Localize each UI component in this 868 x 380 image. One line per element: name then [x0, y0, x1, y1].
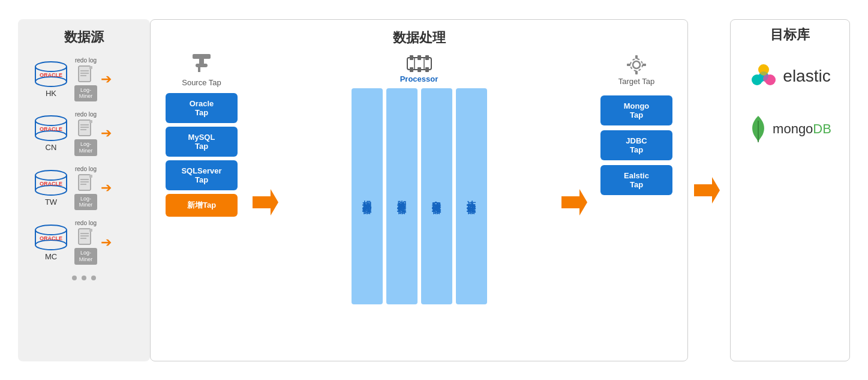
- redo-log-text-cn: redo log: [75, 111, 97, 118]
- dot-3: [91, 276, 96, 280]
- big-arrow-1-svg: [250, 184, 280, 220]
- proc-col-2: 脚本处理器: [386, 88, 418, 304]
- svg-marker-44: [253, 189, 278, 216]
- dots-row: [72, 276, 96, 280]
- svg-rect-16: [89, 120, 92, 123]
- proc-col-3: 字段处理器: [421, 88, 452, 304]
- mongo-logo: mongoDB: [749, 115, 831, 143]
- source-tap: Source Tap OracleTap MySQLTap SQLServerT…: [160, 53, 244, 352]
- svg-text:ORACLE: ORACLE: [40, 126, 62, 132]
- big-arrow-2-svg: [558, 184, 588, 220]
- arrow-tw: ➔: [101, 180, 112, 196]
- oracle-item-mc: ORACLE MC redo log Log-Miner ➔: [24, 220, 144, 265]
- arrow-mc: ➔: [101, 235, 112, 250]
- mysql-tap-btn[interactable]: MySQLTap: [166, 127, 238, 157]
- arrow-hk: ➔: [101, 71, 112, 87]
- svg-rect-6: [89, 66, 92, 69]
- svg-text:ORACLE: ORACLE: [40, 72, 62, 78]
- jdbc-tap-btn[interactable]: JDBCTap: [600, 130, 672, 160]
- svg-rect-58: [635, 71, 638, 74]
- oracle-item-hk: ORACLE HK redo log Log-Miner ➔: [24, 57, 144, 102]
- log-miner-box-hk: Log-Miner: [74, 85, 97, 102]
- redo-log-tw: redo log Log-Miner: [74, 166, 97, 211]
- log-miner-box-mc: Log-Miner: [74, 248, 97, 265]
- svg-point-20: [35, 170, 67, 180]
- dot-2: [82, 276, 86, 280]
- big-arrow-2: [558, 53, 588, 352]
- redo-log-text-hk: redo log: [75, 57, 97, 64]
- processing-title: 数据处理: [160, 29, 678, 47]
- svg-point-30: [35, 225, 67, 235]
- ealstic-tap-btn[interactable]: EalsticTap: [600, 165, 672, 195]
- svg-rect-43: [198, 67, 200, 72]
- arrow-cn: ➔: [101, 125, 112, 141]
- redo-log-hk: redo log Log-Miner: [74, 57, 97, 102]
- elastic-logo: elastic: [749, 62, 830, 91]
- log-doc-icon-tw: [77, 173, 94, 193]
- svg-rect-36: [89, 229, 92, 232]
- proc-col-text-3: 字段处理器: [431, 193, 442, 199]
- processing-section: 数据处理 Source Tap OracleTap MySQLTap SQLSe…: [150, 19, 688, 361]
- processor-section: Processor 规则处理器 脚本处理器 字段处理器 连接处理器: [286, 53, 552, 352]
- oracle-tap-btn[interactable]: OracleTap: [166, 93, 238, 123]
- redo-log-text-mc: redo log: [75, 220, 97, 226]
- mongo-leaf-icon: [749, 115, 768, 143]
- oracle-name-hk: HK: [46, 89, 56, 98]
- processor-title: Processor: [400, 74, 438, 83]
- proc-col-text-2: 脚本处理器: [396, 193, 407, 199]
- svg-point-0: [35, 62, 67, 71]
- proc-col-text-1: 规则处理器: [361, 193, 373, 199]
- svg-marker-54: [561, 189, 587, 216]
- svg-rect-47: [418, 55, 421, 60]
- processor-header: Processor: [400, 53, 438, 83]
- log-miner-box-tw: Log-Miner: [74, 194, 97, 211]
- svg-point-67: [756, 74, 764, 83]
- add-tap-btn[interactable]: 新增Tap: [166, 194, 238, 217]
- svg-rect-25: [79, 175, 91, 190]
- oracle-db-mc: ORACLE MC: [30, 224, 72, 261]
- svg-rect-49: [410, 67, 413, 72]
- proc-col-4: 连接处理器: [456, 88, 487, 304]
- main-container: 数据源 ORACLE HK redo log: [0, 0, 868, 380]
- log-doc-icon-cn: [77, 119, 94, 138]
- oracle-cylinder-mc: ORACLE: [34, 224, 68, 251]
- svg-rect-48: [425, 55, 429, 60]
- gear-icon: [624, 53, 648, 77]
- processing-inner: Source Tap OracleTap MySQLTap SQLServerT…: [160, 53, 678, 352]
- redo-log-text-tw: redo log: [75, 166, 97, 172]
- svg-rect-42: [196, 64, 208, 67]
- oracle-item-tw: ORACLE TW redo log Log-Miner ➔: [24, 166, 144, 211]
- big-arrow-1: [250, 53, 280, 352]
- oracle-db-hk: ORACLE HK: [30, 61, 72, 98]
- svg-rect-60: [642, 64, 646, 66]
- elastic-text: elastic: [783, 67, 830, 86]
- datasource-title: 数据源: [64, 28, 104, 46]
- oracle-cylinder-tw: ORACLE: [34, 169, 68, 196]
- svg-rect-50: [418, 67, 421, 72]
- svg-rect-5: [79, 66, 91, 82]
- oracle-item-cn: ORACLE CN redo log Log-Miner ➔: [24, 111, 144, 156]
- svg-rect-59: [627, 64, 630, 66]
- mongo-text: mongoDB: [773, 121, 831, 137]
- redo-log-mc: redo log Log-Miner: [74, 220, 97, 265]
- log-doc-icon-hk: [77, 65, 94, 84]
- dot-1: [72, 276, 77, 280]
- svg-point-13: [35, 131, 67, 140]
- svg-point-66: [759, 67, 768, 76]
- datasource-section: 数据源 ORACLE HK redo log: [18, 19, 150, 361]
- svg-point-55: [633, 61, 640, 68]
- svg-rect-40: [193, 54, 211, 59]
- mongo-tap-btn[interactable]: MongoTap: [600, 95, 672, 125]
- svg-rect-46: [410, 55, 413, 60]
- target-tap-header: Target Tap: [618, 53, 654, 88]
- svg-text:ORACLE: ORACLE: [40, 181, 62, 187]
- oracle-cylinder-hk: ORACLE: [34, 61, 68, 88]
- svg-point-10: [35, 116, 67, 125]
- svg-text:ORACLE: ORACLE: [40, 235, 62, 241]
- log-doc-icon-mc: [77, 228, 94, 247]
- svg-rect-35: [79, 229, 91, 244]
- sqlserver-tap-btn[interactable]: SQLServerTap: [166, 160, 238, 190]
- svg-rect-51: [425, 67, 429, 72]
- oracle-name-cn: CN: [46, 143, 57, 152]
- big-arrow-3: [691, 172, 721, 208]
